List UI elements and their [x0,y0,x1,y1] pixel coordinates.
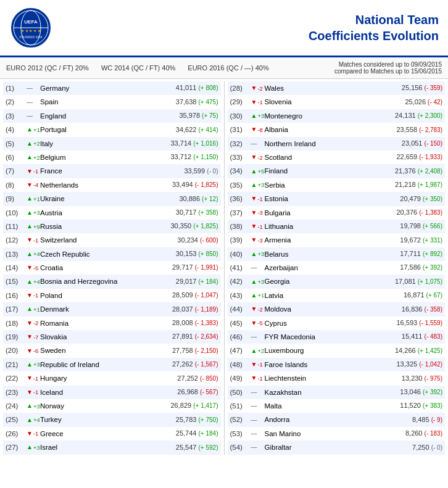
down-arrow: ▼-1 [251,97,265,107]
rank: (14) [6,262,27,273]
rank: (25) [6,414,27,425]
points: 30,234 (- 600) [169,235,218,246]
country-name: Estonia [265,193,394,204]
up-arrow: ▲+1 [27,194,40,204]
table-row: (14) ▼-5 Croatia 29,717 (- 1,991) [3,261,221,275]
points: 29,717 (- 1,991) [169,262,218,273]
delta-value: (+ 892) [423,250,442,257]
rank: (30) [230,110,251,122]
rank: (50) [230,387,251,398]
table-row: (41) — Azerbaijan 17,586 (+ 392) [228,261,446,275]
delta-value: (+ 1,417) [193,402,218,409]
country-name: Albania [265,124,394,135]
down-arrow: ▼-2 [251,304,265,314]
points: 27,758 (- 2,150) [169,345,218,357]
country-name: England [40,110,169,122]
points: 13,046 (+ 392) [393,387,442,398]
country-name: Sweden [40,345,169,356]
period2-label: WC 2014 (QC / FT) 40% [101,64,175,72]
table-row: (11) ▲+9 Russia 30,350 (+ 1,825) [3,220,221,233]
rank: (40) [230,249,251,260]
delta-value: (- 975) [425,375,442,382]
delta-value: (- 567) [200,389,218,395]
country-name: Scotland [265,152,394,163]
points: 26,829 (+ 1,417) [169,400,218,411]
delta-value: (- 2,150) [195,347,218,354]
points: 25,156 (- 359) [393,83,442,94]
country-name: Hungary [40,373,169,384]
delta-value: (- 1,042) [419,361,442,368]
rank: (19) [6,331,27,342]
rank: (6) [6,152,27,163]
delta-value: (+ 392) [423,264,442,271]
points: 27,252 (- 850) [169,373,218,384]
country-name: Slovakia [40,331,169,342]
points: 24,131 (+ 2,300) [393,110,442,122]
table-row: (29) ▼-1 Slovenia 25,026 (- 42) [228,95,446,109]
points: 34,622 (+ 414) [169,125,218,136]
title-block: National Team Coefficients Evolution [309,12,439,44]
delta-value: (- 1,559) [419,320,442,326]
table-row: (45) ▼-5 Cyprus 16,593 (- 1,559) [228,316,446,330]
table-row: (35) ▲+3 Serbia 21,218 (+ 1,987) [228,178,446,192]
page-title: National Team Coefficients Evolution [309,12,439,44]
points: 17,711 (+ 892) [393,249,442,260]
country-name: FYR Macedonia [265,331,394,342]
rank: (5) [6,138,27,149]
country-name: Croatia [40,262,169,273]
country-name: Cyprus [265,318,394,329]
points: 27,262 (- 1,567) [169,359,218,370]
country-name: Belgium [40,152,169,163]
delta-value: (+ 1,825) [193,223,218,230]
same-arrow: — [251,332,265,342]
country-name: Poland [40,290,169,301]
table-row: (3) — England 35,978 (+ 75) [3,109,221,123]
delta-value: (- 1,383) [195,320,218,326]
points: 25,744 (+ 184) [169,428,218,439]
rank: (26) [6,428,27,439]
svg-text:FOUNDED 1954: FOUNDED 1954 [19,35,42,39]
delta-value: (- 183) [425,430,442,437]
delta-value: (+ 184) [199,430,218,437]
table-row: (46) — FYR Macedonia 15,411 (- 483) [228,330,446,344]
table-row: (42) ▲+3 Georgia 17,081 (+ 1,075) [228,275,446,288]
delta-value: (+ 12) [202,196,218,202]
country-name: Belarus [265,249,394,260]
delta-value: (+ 475) [199,99,218,105]
country-name: Slovenia [265,96,394,107]
rank: (9) [6,193,27,204]
delta-value: (- 483) [425,333,442,340]
down-arrow: ▼-1 [27,291,40,300]
delta-value: (- 2,634) [195,333,218,340]
down-arrow: ▼-2 [251,83,265,93]
table-row: (50) — Kazakhstan 13,046 (+ 392) [228,386,446,399]
table-row: (16) ▼-1 Poland 28,509 (- 1,047) [3,289,221,302]
country-name: Bosnia and Herzegovina [40,276,169,287]
delta-value: (- 1,567) [195,361,218,368]
rank: (39) [230,234,251,246]
table-row: (9) ▲+1 Ukraine 30,886 (+ 12) [3,192,221,205]
country-name: Switzerland [40,234,169,246]
table-row: (17) ▲+1 Denmark 28,037 (- 1,189) [3,302,221,316]
points: 22,659 (- 1,933) [393,152,442,163]
delta-value: (- 150) [425,140,442,147]
country-name: Georgia [265,276,394,287]
up-arrow: ▲+1 [27,125,40,134]
delta-value: (+ 358) [199,209,218,216]
table-row: (47) ▲+2 Luxembourg 14,266 (+ 1,425) [228,344,446,357]
points: 13,325 (- 1,042) [393,359,442,370]
country-name: Turkey [40,414,169,425]
table-row: (26) ▼-1 Greece 25,744 (+ 184) [3,427,221,440]
country-name: San Marino [265,428,394,439]
rank: (11) [6,221,27,232]
points: 8,485 (- 9) [393,415,442,426]
delta-value: (- 600) [200,237,218,244]
down-arrow: ▼-1 [251,194,265,204]
delta-value: (- 0) [431,444,442,451]
same-arrow: — [27,111,40,121]
country-name: Greece [40,428,169,439]
rank: (51) [230,400,251,411]
down-arrow: ▼-3 [251,208,265,218]
delta-value: (+ 2,408) [418,168,442,175]
table-row: (23) ▼-1 Iceland 26,968 (- 567) [3,386,221,399]
